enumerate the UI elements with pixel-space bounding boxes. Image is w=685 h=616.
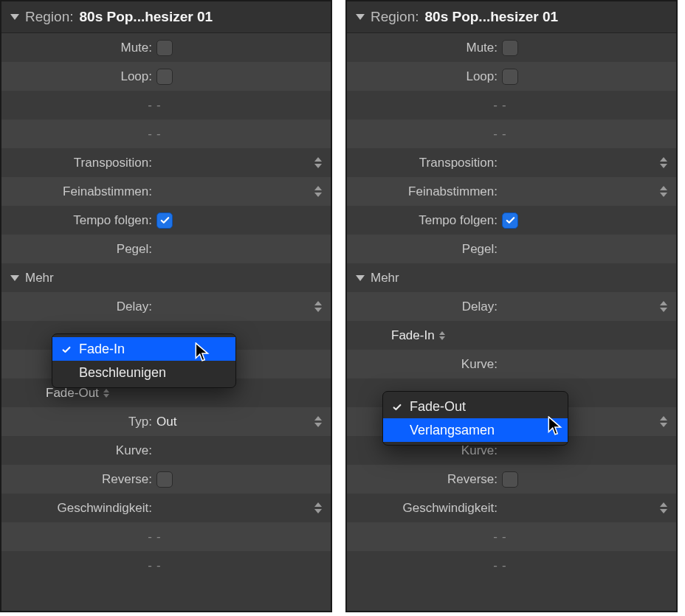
stepper-icon[interactable] [314,155,325,171]
row-feinabstimmen[interactable]: Feinabstimmen: [1,177,331,206]
stepper-icon[interactable] [660,155,670,171]
fadeout-dropdown-menu[interactable]: Fade-Out Verlangsamen [382,391,568,446]
label-tempo: Tempo folgen: [1,213,156,228]
stepper-icon[interactable] [314,414,325,430]
section-mehr[interactable]: Mehr [1,263,331,292]
label-delay: Delay: [1,300,156,314]
menu-item-verlangsamen[interactable]: Verlangsamen [383,418,568,442]
row-transposition[interactable]: Transposition: [1,148,331,177]
inspector-panel-right: Region: 80s Pop...hesizer 01 Mute: Loop:… [345,0,678,612]
row-dash-4: - - [1,551,331,580]
stepper-icon[interactable] [660,184,670,200]
row-delay[interactable]: Delay: [1,292,331,321]
value-typ: Out [156,415,176,429]
label-reverse: Reverse: [1,472,156,487]
region-header-name: 80s Pop...hesizer 01 [425,9,559,25]
row-dash-3: - - [1,522,331,551]
disclosure-triangle-icon[interactable] [10,14,19,20]
check-icon [392,399,402,417]
panel-header[interactable]: Region: 80s Pop...hesizer 01 [1,1,331,33]
label-feinabstimmen: Feinabstimmen: [347,184,502,199]
menu-item-label: Fade-In [79,342,125,356]
checkbox-reverse[interactable] [156,471,173,488]
label-pegel: Pegel: [347,242,502,257]
dash-label: - [1,98,156,113]
disclosure-triangle-icon[interactable] [356,14,365,20]
dash-value: - [156,530,331,544]
fadein-inline-label: Fade-In [391,328,435,343]
row-kurve: Kurve: [1,436,331,465]
label-kurve: Kurve: [347,357,502,372]
label-loop: Loop: [1,69,156,84]
section-mehr[interactable]: Mehr [347,263,676,292]
dash-value: - [156,98,331,113]
stepper-icon[interactable] [314,500,325,516]
inspector-panel-left: Region: 80s Pop...hesizer 01 Mute: Loop:… [0,0,332,612]
label-feinabstimmen: Feinabstimmen: [1,184,156,199]
dash-label: - [347,530,502,544]
dash-value: - [502,530,676,544]
row-mute: Mute: [1,33,331,62]
checkbox-loop[interactable] [502,69,518,85]
fadein-dropdown-menu[interactable]: Fade-In Beschleunigen [52,333,236,388]
row-transposition[interactable]: Transposition: [347,148,676,177]
check-icon [61,342,72,359]
row-reverse: Reverse: [347,465,676,494]
row-pegel: Pegel: [347,235,676,263]
dash-label: - [347,98,502,113]
rows-container: Mute: Loop: - - - - Transposition: Feina… [347,33,676,580]
menu-item-fadeout[interactable]: Fade-Out [383,395,568,418]
row-dash-2: - - [1,120,331,148]
menu-item-label: Verlangsamen [410,423,495,437]
disclosure-triangle-icon[interactable] [10,275,19,281]
disclosure-triangle-icon[interactable] [356,275,365,281]
menu-item-beschleunigen[interactable]: Beschleunigen [52,361,235,384]
row-geschwindigkeit[interactable]: Geschwindigkeit: [1,494,331,522]
checkbox-tempo[interactable] [502,212,518,229]
dash-label: - [347,127,502,142]
stepper-icon[interactable] [314,184,325,200]
row-loop: Loop: [1,62,331,91]
fadein-popup[interactable]: Fade-In [391,328,447,343]
label-delay: Delay: [347,300,502,314]
label-transposition: Transposition: [347,156,502,170]
dash-value: - [502,127,676,142]
region-header-label: Region: [371,9,419,25]
panel-header[interactable]: Region: 80s Pop...hesizer 01 [347,1,676,33]
dash-label: - [347,558,502,573]
row-tempo: Tempo folgen: [347,206,676,235]
label-pegel: Pegel: [1,242,156,257]
dash-label: - [1,558,156,573]
row-feinabstimmen[interactable]: Feinabstimmen: [347,177,676,206]
stepper-icon[interactable] [314,299,325,315]
menu-item-fadein[interactable]: Fade-In [52,337,235,361]
checkbox-tempo[interactable] [156,212,173,229]
mini-stepper-icon[interactable] [439,331,447,340]
row-dash-1: - - [1,91,331,120]
stepper-icon[interactable] [660,500,670,516]
region-header-name: 80s Pop...hesizer 01 [80,9,213,25]
checkbox-reverse[interactable] [502,471,518,488]
menu-item-label: Fade-Out [410,399,466,414]
checkbox-mute[interactable] [502,40,518,56]
label-geschwindigkeit: Geschwindigkeit: [347,501,502,516]
menu-item-label: Beschleunigen [79,365,166,380]
checkbox-loop[interactable] [156,69,173,85]
row-dash-2: - - [347,120,676,148]
section-label-mehr: Mehr [371,271,399,285]
stepper-icon[interactable] [660,414,670,430]
label-transposition: Transposition: [1,156,156,170]
row-fadein-inline[interactable]: Fade-In [347,321,676,350]
row-typ[interactable]: Typ: Out [1,407,331,436]
row-delay[interactable]: Delay: [347,292,676,321]
mini-stepper-icon[interactable] [103,389,111,398]
dash-value: - [502,98,676,113]
dash-label: - [1,530,156,544]
dash-value: - [502,558,676,573]
stepper-icon[interactable] [660,299,670,315]
label-typ: Typ: [1,415,156,429]
checkbox-mute[interactable] [156,40,173,56]
row-dash-1: - - [347,91,676,120]
row-geschwindigkeit[interactable]: Geschwindigkeit: [347,494,676,522]
label-geschwindigkeit: Geschwindigkeit: [1,501,156,516]
